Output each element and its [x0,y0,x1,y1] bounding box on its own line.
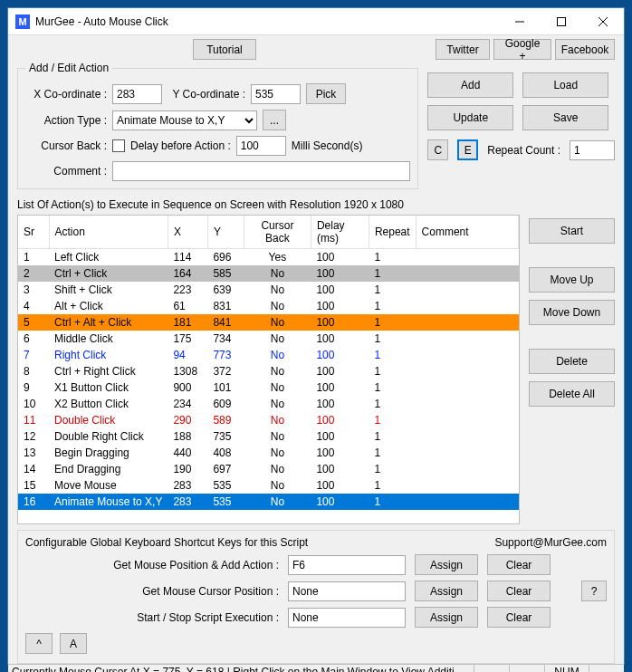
cursor-back-label: Cursor Back : [25,139,107,152]
delay-label: Delay before Action : [130,139,231,152]
assign-button[interactable]: Assign [415,607,478,628]
pick-button[interactable]: Pick [306,83,346,104]
twitter-button[interactable]: Twitter [436,39,490,60]
move-up-button[interactable]: Move Up [529,267,615,293]
comment-input[interactable] [112,161,410,181]
shortcut-title: Configurable Global Keyboard Shortcut Ke… [25,536,308,549]
col-sr[interactable]: Sr [18,216,49,249]
x-input[interactable] [112,84,162,104]
action-type-label: Action Type : [25,114,107,127]
table-row[interactable]: 13Begin Dragging440408No1001 [18,445,519,461]
clear-button[interactable]: Clear [487,581,551,601]
group-legend: Add / Edit Action [25,62,112,74]
assign-button[interactable]: Assign [415,581,478,601]
repeat-label: Repeat Count : [487,144,560,157]
comment-label: Comment : [25,165,107,178]
table-row[interactable]: 1Left Click114696Yes1001 [18,249,519,266]
googleplus-button[interactable]: Google + [493,39,551,60]
shortcut-group: Configurable Global Keyboard Shortcut Ke… [17,530,615,664]
shortcut-input[interactable] [288,608,406,628]
e-button[interactable]: E [457,139,478,160]
shortcut-label: Start / Stop Script Execution : [25,611,279,624]
table-row[interactable]: 11Double Click290589No1001 [18,412,519,428]
table-row[interactable]: 12Double Right Click188735No1001 [18,428,519,445]
shortcut-input[interactable] [288,555,406,575]
repeat-input[interactable] [570,140,615,160]
col-delay[interactable]: Delay (ms) [311,216,369,249]
minimize-button[interactable] [499,8,541,35]
a-button[interactable]: A [60,633,87,654]
delete-all-button[interactable]: Delete All [529,381,615,407]
table-row[interactable]: 7Right Click94773No1001 [18,347,519,363]
shortcut-label: Get Mouse Cursor Position : [25,585,279,598]
table-row[interactable]: 6Middle Click175734No1001 [18,331,519,347]
add-edit-group: Add / Edit Action X Co-ordinate : Y Co-o… [17,62,418,189]
close-button[interactable] [582,8,624,35]
col-y[interactable]: Y [207,216,244,249]
app-window: M MurGee - Auto Mouse Click Tutorial Twi… [7,7,625,665]
table-row[interactable]: 16Animate Mouse to X,Y283535No1001 [18,494,519,510]
start-button[interactable]: Start [529,218,615,244]
delay-unit: Milli Second(s) [292,139,363,152]
update-button[interactable]: Update [427,105,513,130]
x-label: X Co-ordinate : [25,88,107,101]
save-button[interactable]: Save [522,105,608,130]
action-type-more-button[interactable]: ... [263,110,286,130]
clear-button[interactable]: Clear [487,554,551,575]
col-x[interactable]: X [168,216,207,249]
support-link[interactable]: Support@MurGee.com [494,536,607,549]
app-logo-icon: M [15,14,30,29]
table-row[interactable]: 5Ctrl + Alt + Click181841No1001 [18,314,519,331]
facebook-button[interactable]: Facebook [555,39,615,60]
table-row[interactable]: 8Ctrl + Right Click1308372No1001 [18,363,519,379]
titlebar: M MurGee - Auto Mouse Click [8,8,624,35]
list-caption: List Of Action(s) to Execute in Sequence… [17,198,615,211]
table-row[interactable]: 4Alt + Click61831No1001 [18,298,519,314]
clear-button[interactable]: Clear [487,607,551,628]
main-buttons-area: Add Load Update Save C E Repeat Count : [427,62,615,195]
table-row[interactable]: 3Shift + Click223639No1001 [18,282,519,298]
col-repeat[interactable]: Repeat [369,216,416,249]
help-button[interactable]: ? [581,581,607,601]
table-row[interactable]: 14End Dragging190697No1001 [18,461,519,477]
tutorial-button[interactable]: Tutorial [193,39,256,60]
action-list[interactable]: Sr Action X Y Cursor Back Delay (ms) Rep… [17,215,520,524]
shortcut-label: Get Mouse Position & Add Action : [25,559,279,571]
shortcut-input[interactable] [288,581,406,601]
table-row[interactable]: 2Ctrl + Click164585No1001 [18,265,519,282]
status-bar: Currently Mouse Cursor At X = 775, Y = 6… [8,664,624,672]
table-row[interactable]: 10X2 Button Click234609No1001 [18,396,519,412]
maximize-button[interactable] [541,8,582,35]
assign-button[interactable]: Assign [415,554,478,575]
action-type-select[interactable]: Animate Mouse to X,Y [112,110,257,130]
table-row[interactable]: 9X1 Button Click900101No1001 [18,379,519,396]
col-cursor-back[interactable]: Cursor Back [244,216,311,249]
window-title: MurGee - Auto Mouse Click [35,15,499,28]
cursor-back-checkbox[interactable] [112,139,125,152]
c-button[interactable]: C [427,139,448,160]
caret-button[interactable]: ^ [25,633,53,654]
load-button[interactable]: Load [522,72,608,98]
col-action[interactable]: Action [49,216,168,249]
table-row[interactable]: 15Move Mouse283535No1001 [18,477,519,494]
delete-button[interactable]: Delete [529,349,615,374]
col-comment[interactable]: Comment [416,216,518,249]
status-text: Currently Mouse Cursor At X = 775, Y = 6… [12,666,470,672]
client-area: Tutorial Twitter Google + Facebook Add /… [8,35,624,664]
num-indicator: NUM [549,666,585,672]
svg-rect-1 [558,17,566,25]
add-button[interactable]: Add [427,72,513,98]
move-down-button[interactable]: Move Down [529,300,615,325]
y-input[interactable] [251,84,301,104]
delay-input[interactable] [236,136,286,156]
y-label: Y Co-ordinate : [168,88,245,101]
